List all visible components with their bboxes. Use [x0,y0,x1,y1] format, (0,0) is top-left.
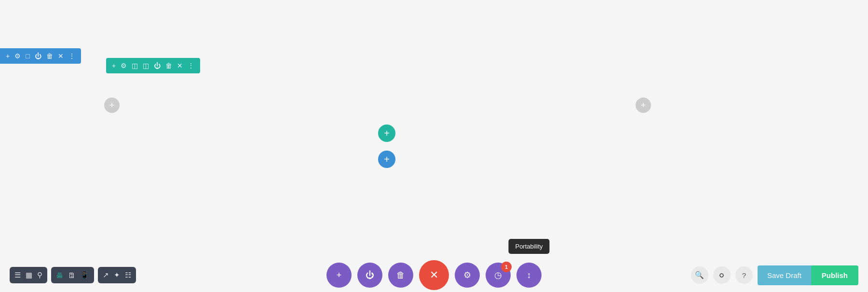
toolbar-green: + ⚙ ◫ ◫ ⏻ 🗑 ✕ ⋮ [106,58,200,73]
trash-icon-green[interactable]: 🗑 [165,62,172,70]
save-publish-group: Save Draft Publish [758,265,858,285]
sparkle-icon[interactable]: ✦ [114,271,120,279]
device-tool-group: 🖶 🖺 📱 [51,267,94,283]
bottom-bar: ☰ ▦ ⚲ 🖶 🖺 📱 ↗ ✦ ☷ + ⏻ 🗑 ✕ ⚙ ◷ [0,258,868,292]
select-tool-group: ↗ ✦ ☷ [98,267,136,283]
add-section-button-right[interactable]: + [636,97,651,113]
power-icon[interactable]: ⏻ [35,52,41,60]
desktop-icon[interactable]: 🖶 [56,271,63,279]
close-button[interactable]: ✕ [419,260,449,290]
add-module-button[interactable]: + [326,263,352,288]
publish-button[interactable]: Publish [811,265,858,285]
settings-button[interactable]: ⚙ [455,263,480,288]
search-button[interactable]: 🔍 [691,266,708,284]
columns-icon[interactable]: ◫ [132,62,138,70]
save-draft-button[interactable]: Save Draft [758,265,811,285]
portability-container: Portability ↕ [516,263,542,288]
right-tools: 🔍 ⭘ ? Save Draft Publish [691,265,858,285]
toolbar-blue: + ⚙ □ ⏻ 🗑 ✕ ⋮ [0,48,81,64]
portability-tooltip: Portability [508,239,549,254]
add-row-button-blue[interactable]: + [378,151,395,168]
menu-icon[interactable]: ☰ [14,271,21,279]
delete-button[interactable]: 🗑 [388,263,413,288]
search-icon[interactable]: ⚲ [37,271,42,279]
power-icon-green[interactable]: ⏻ [154,62,161,70]
power-button[interactable]: ⏻ [357,263,382,288]
layers-button[interactable]: ⭘ [713,266,731,284]
gear-icon[interactable]: ⚙ [14,52,21,60]
history-badge: 1 [501,262,512,272]
history-button[interactable]: ◷ 1 [486,263,511,288]
close-icon[interactable]: ✕ [58,52,64,60]
more-icon-green[interactable]: ⋮ [188,62,194,70]
view-tool-group: ☰ ▦ ⚲ [10,267,47,283]
gear-icon-green[interactable]: ⚙ [121,62,127,70]
add-section-button-left[interactable]: + [104,97,120,113]
more-icon[interactable]: ⋮ [68,52,75,60]
copy-icon[interactable]: □ [26,52,29,60]
tablet-icon[interactable]: 🖺 [68,271,75,279]
mobile-icon[interactable]: 📱 [80,271,89,279]
close-icon-green[interactable]: ✕ [177,62,183,70]
add-row-blue-container: + [378,151,395,168]
add-icon-green[interactable]: + [112,62,116,70]
modules-icon[interactable]: ▦ [26,271,32,279]
cursor-icon[interactable]: ↗ [103,271,109,279]
layout-icon[interactable]: ☷ [125,271,131,279]
help-button[interactable]: ? [735,266,753,284]
canvas: + ⚙ □ ⏻ 🗑 ✕ ⋮ + ⚙ ◫ ◫ ⏻ 🗑 ✕ ⋮ + + + + ☰ … [0,0,868,292]
trash-icon[interactable]: 🗑 [46,52,53,60]
grid-icon-green[interactable]: ◫ [143,62,149,70]
center-actions: + ⏻ 🗑 ✕ ⚙ ◷ 1 Portability ↕ [326,260,542,290]
add-row-teal-container: + [378,125,395,142]
portability-button[interactable]: ↕ [516,263,542,288]
left-tools: ☰ ▦ ⚲ 🖶 🖺 📱 ↗ ✦ ☷ [10,267,136,283]
add-row-button-teal[interactable]: + [378,125,395,142]
add-icon[interactable]: + [6,52,10,60]
